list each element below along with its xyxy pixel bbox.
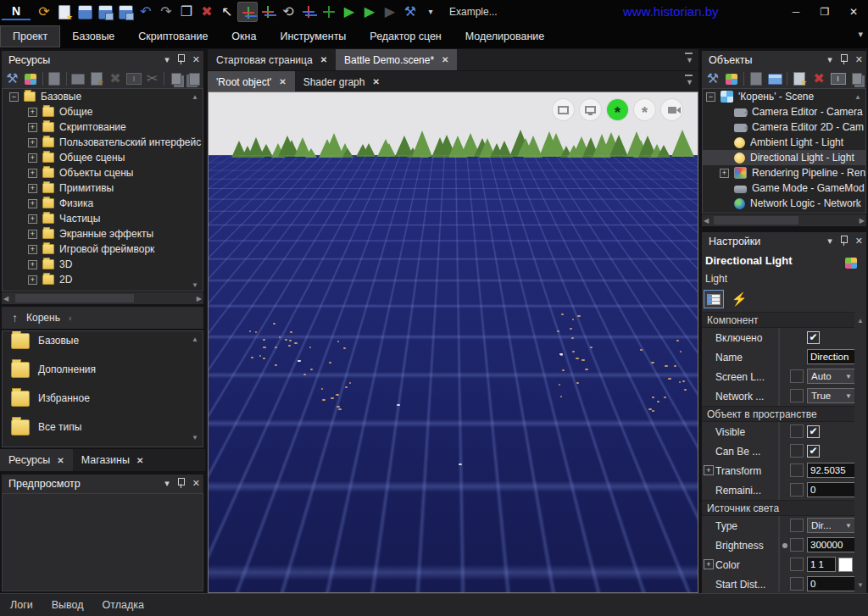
toolbar-overflow-icon[interactable]: ▾	[420, 2, 441, 22]
tab-Shader graph[interactable]: Shader graph✕	[295, 71, 388, 92]
resources-hscrollbar[interactable]: ◀ ▶	[2, 292, 203, 304]
tab-list-icon[interactable]: ▼	[686, 56, 693, 64]
tab-Магазины[interactable]: Магазины✕	[73, 449, 153, 471]
tree-expander-icon[interactable]: +	[28, 184, 37, 193]
statusbar-tab-Вывод[interactable]: Вывод	[52, 599, 84, 611]
paste-icon[interactable]	[848, 70, 866, 87]
delete-icon[interactable]: ✖	[810, 70, 828, 87]
statusbar-tab-Логи[interactable]: Логи	[10, 599, 33, 611]
breadcrumb-label[interactable]: Корень	[26, 312, 60, 324]
property-reset-box[interactable]	[790, 483, 804, 497]
tools-icon[interactable]: ⚒	[400, 2, 420, 22]
checkbox[interactable]: ✔	[807, 445, 820, 458]
frame-mode-icon[interactable]	[553, 99, 574, 120]
resources-tree-item[interactable]: +Скриптование	[3, 119, 203, 135]
preview-close-icon[interactable]: ✕	[192, 479, 200, 488]
move-gizmo-icon[interactable]	[237, 2, 258, 22]
objects-dropdown-icon[interactable]: ▾	[827, 55, 832, 64]
tree-expander-icon[interactable]: +	[28, 123, 37, 132]
resources-tree-item[interactable]: +3D	[3, 257, 203, 272]
tree-expander-icon[interactable]: +	[28, 230, 37, 239]
text-field[interactable]: 92.5035	[807, 463, 854, 478]
app-logo[interactable]: N	[2, 3, 31, 20]
new-file-icon[interactable]	[54, 2, 75, 22]
resources-tree-item[interactable]: +Частицы	[3, 211, 203, 226]
rotate-gizmo-icon[interactable]: ⟲	[278, 2, 298, 22]
menu-Моделирование[interactable]: Моделирование	[453, 26, 557, 47]
folder-item[interactable]: Базовые	[3, 331, 203, 360]
settings-icon[interactable]: ⚒	[704, 70, 722, 87]
play-disabled-icon[interactable]: ▶	[380, 2, 400, 22]
paste-icon[interactable]	[186, 70, 203, 87]
editor-light-on-icon[interactable]: *	[607, 99, 628, 120]
import-icon[interactable]	[88, 70, 106, 87]
property-section[interactable]: Источник света	[702, 500, 854, 516]
property-reset-box[interactable]	[790, 558, 804, 571]
tree-expander-icon[interactable]: +	[28, 108, 37, 117]
tab-Battle Demo.scene*[interactable]: Battle Demo.scene*✕	[336, 49, 457, 70]
objects-scroll-up-icon[interactable]: ▲	[854, 93, 861, 101]
tree-expander-icon[interactable]: −	[706, 92, 715, 102]
events-tab[interactable]: ⚡	[729, 290, 749, 308]
scroll-thumb[interactable]	[15, 294, 134, 302]
settings-panel-header[interactable]: Настройки ▾ ✕	[702, 232, 866, 251]
tab-close-icon[interactable]: ✕	[279, 77, 286, 86]
menu-Проект[interactable]: Проект	[0, 25, 60, 47]
select-arrow-icon[interactable]: ↖	[217, 2, 237, 22]
objects-hscrollbar[interactable]: ◀ ▶	[702, 214, 866, 226]
settings-close-icon[interactable]: ✕	[855, 236, 863, 246]
property-reset-box[interactable]	[790, 577, 804, 591]
scroll-right-icon[interactable]: ▶	[860, 217, 865, 225]
objects-pin-icon[interactable]	[840, 54, 848, 64]
property-reset-box[interactable]	[790, 369, 804, 383]
resources-breadcrumb[interactable]: ↑ Корень ›	[2, 307, 203, 329]
tab-'Root object'[interactable]: 'Root object'✕	[208, 71, 295, 92]
new-resource-icon[interactable]	[46, 70, 64, 87]
folder-item[interactable]: Избранное	[3, 389, 203, 418]
scroll-left-icon[interactable]: ◀	[704, 217, 709, 225]
settings-dropdown-icon[interactable]: ▾	[827, 236, 832, 246]
menu-Базовые[interactable]: Базовые	[60, 26, 126, 47]
resources-tree-item[interactable]: +Общие	[3, 104, 203, 119]
transfer-icon[interactable]	[723, 70, 742, 87]
color-swatch[interactable]	[838, 558, 853, 572]
save-icon[interactable]	[75, 2, 95, 22]
objects-tree-item[interactable]: +Rendering Pipeline - Ren	[703, 165, 865, 180]
tab-close-icon[interactable]: ✕	[57, 456, 64, 465]
watermark-link[interactable]: www.historian.by	[623, 4, 719, 19]
properties-tab[interactable]	[704, 290, 724, 308]
tree-expander-icon[interactable]: +	[28, 169, 37, 178]
undo-icon[interactable]: ↶	[136, 2, 156, 22]
resources-dropdown-icon[interactable]: ▾	[164, 55, 170, 64]
objects-tree-item[interactable]: +Directional Light - Light	[703, 150, 865, 165]
preview-dropdown-icon[interactable]: ▾	[164, 479, 170, 488]
folders-scroll-up-icon[interactable]: ▲	[192, 336, 198, 343]
minimize-button[interactable]: ─	[782, 0, 810, 24]
resources-tree-item[interactable]: +Примитивы	[3, 180, 203, 196]
objects-tree-item[interactable]: −'Корень' - Scene	[703, 89, 865, 104]
restore-button[interactable]: ❐	[810, 0, 839, 24]
duplicate-icon[interactable]: ❐	[176, 2, 197, 22]
text-field[interactable]: 300000	[807, 537, 854, 552]
resources-tree-item[interactable]: +Пользовательский интерфейс	[3, 135, 203, 150]
property-section[interactable]: Компонент	[702, 312, 854, 328]
property-section[interactable]: Объект в пространстве	[702, 406, 854, 422]
resources-panel-header[interactable]: Ресурсы ▾ ✕	[2, 51, 203, 69]
objects-tree-item[interactable]: +Network Logic - Network	[703, 196, 865, 211]
scene-viewport[interactable]: **	[208, 92, 698, 593]
editor-light-off-icon[interactable]: *	[634, 99, 655, 120]
new-component-icon[interactable]	[790, 70, 809, 87]
rename-icon[interactable]	[829, 70, 848, 87]
snap-gizmo-icon[interactable]	[298, 2, 319, 22]
property-reset-box[interactable]	[790, 538, 804, 552]
properties-scroll-down-icon[interactable]: ▼	[857, 581, 864, 589]
tab-close-icon[interactable]: ✕	[372, 77, 379, 86]
checkbox[interactable]: ✔	[807, 425, 820, 438]
dropdown[interactable]: Dir...▼	[807, 518, 854, 533]
scroll-thumb[interactable]	[714, 216, 798, 225]
property-reset-box[interactable]	[790, 444, 804, 458]
tab-Ресурсы[interactable]: Ресурсы✕	[0, 449, 73, 471]
tree-expander-icon[interactable]: +	[720, 169, 729, 178]
tree-expander-icon[interactable]: +	[28, 260, 37, 269]
rename-icon[interactable]	[125, 70, 142, 87]
